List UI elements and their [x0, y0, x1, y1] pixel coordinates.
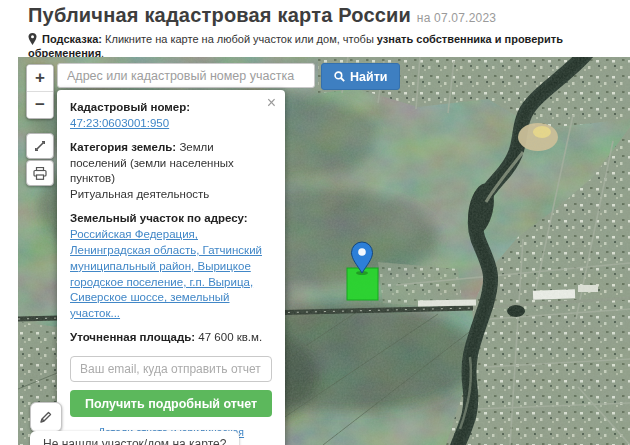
- zoom-controls: + −: [26, 64, 54, 119]
- area-label: Уточненная площадь:: [70, 331, 195, 343]
- get-report-button[interactable]: Получить подробный отчет: [70, 390, 272, 417]
- expand-icon: [33, 139, 47, 153]
- search-button-label: Найти: [350, 70, 387, 84]
- zoom-in-button[interactable]: +: [27, 65, 53, 91]
- printer-icon: [33, 167, 47, 180]
- map-date: на 07.07.2023: [417, 11, 496, 25]
- land-use-value: Ритуальная деятельность: [70, 188, 209, 200]
- search-input[interactable]: [57, 63, 315, 88]
- close-icon[interactable]: ×: [267, 95, 276, 111]
- pencil-icon: [39, 410, 53, 424]
- cadastral-map-page: Публичная кадастровая карта России на 07…: [0, 0, 630, 445]
- draw-tool-button[interactable]: [30, 402, 62, 432]
- area-value: 47 600 кв.м.: [198, 331, 262, 343]
- hint-text: Кликните на карте на любой участок или д…: [105, 33, 374, 45]
- hint-line: Подсказка: Кликните на карте на любой уч…: [28, 33, 622, 59]
- not-found-text: Не нашли участок/дом на карте?: [43, 437, 226, 445]
- cadastral-number-row: Кадастровый номер: 47:23:0603001:950: [70, 100, 272, 132]
- search-icon: [334, 71, 345, 82]
- address-row: Земельный участок по адресу: Российская …: [70, 211, 272, 322]
- parcel-info-panel: × Кадастровый номер: 47:23:0603001:950 К…: [57, 90, 285, 445]
- print-button[interactable]: [26, 160, 54, 186]
- area-row: Уточненная площадь: 47 600 кв.м.: [70, 330, 272, 346]
- hint-label: Подсказка:: [42, 33, 102, 45]
- land-category-row: Категория земель: Земли поселений (земли…: [70, 140, 272, 203]
- satellite-map[interactable]: + −: [18, 57, 630, 445]
- search-bar: Найти: [57, 63, 400, 90]
- fullscreen-button[interactable]: [26, 133, 54, 159]
- page-header: Публичная кадастровая карта России на 07…: [28, 4, 622, 59]
- title-text: Публичная кадастровая карта России: [28, 4, 411, 26]
- page-title: Публичная кадастровая карта России на 07…: [28, 4, 622, 27]
- address-link[interactable]: Российская Федерация, Ленинградская обла…: [70, 228, 262, 319]
- address-label: Земельный участок по адресу:: [70, 212, 248, 224]
- search-button[interactable]: Найти: [321, 63, 400, 90]
- cadastral-number-label: Кадастровый номер:: [70, 101, 190, 113]
- zoom-out-button[interactable]: −: [27, 91, 53, 118]
- not-found-bar[interactable]: Не нашли участок/дом на карте?: [30, 431, 239, 445]
- hint-pin-icon: [28, 33, 37, 47]
- email-input[interactable]: [70, 356, 272, 382]
- cadastral-number-link[interactable]: 47:23:0603001:950: [70, 117, 169, 129]
- land-category-label: Категория земель:: [70, 141, 176, 153]
